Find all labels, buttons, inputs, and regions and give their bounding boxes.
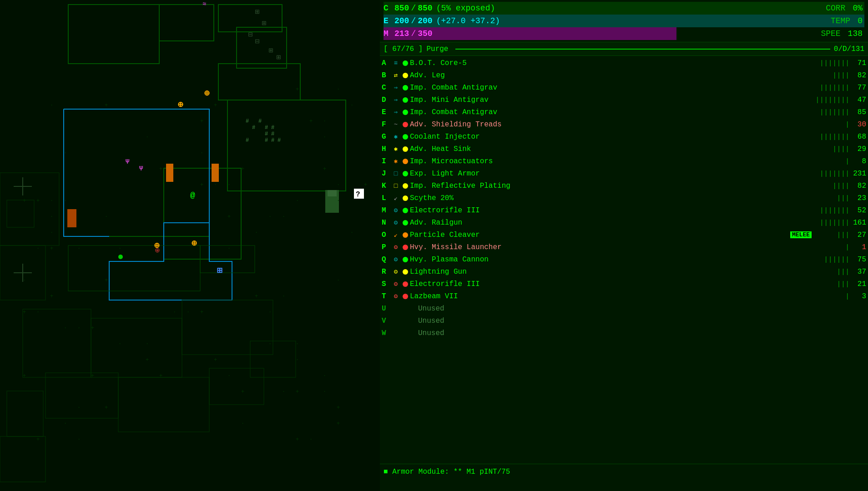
equip-slots: ||||||| <box>813 60 850 67</box>
equip-dot <box>403 97 408 103</box>
equip-row-r[interactable]: R ⚙ Lightning Gun ||| 37 <box>380 266 868 278</box>
equip-name: Coolant Injector <box>410 133 813 141</box>
hud-panel: C 850 / 850 (5% exposed) CORR 0% E 200 /… <box>380 0 868 491</box>
corr-label: CORR <box>826 4 845 13</box>
equip-integrity: 21 <box>850 280 866 288</box>
equip-key: W <box>382 329 391 337</box>
equip-row-n[interactable]: N ⚙ Adv. Railgun ||||||| 161 <box>380 216 868 229</box>
equip-dot <box>403 183 408 189</box>
slot-divider <box>455 49 830 50</box>
equip-slots: | <box>813 121 850 128</box>
slot-bar: [ 67/76 ] Purge 0/D/131 <box>380 42 868 56</box>
equip-slots: ||| <box>813 195 850 202</box>
equip-key: D <box>382 96 391 104</box>
equip-key: Q <box>382 256 391 264</box>
equip-row-s[interactable]: S ⚙ Electrorifle III ||| 21 <box>380 278 868 290</box>
equip-integrity: 82 <box>850 182 866 190</box>
equip-row-p[interactable]: P ⚙ Hvy. Missile Launcher | 1 <box>380 241 868 253</box>
bottom-info: ■ Armor Module: ** M1 pINT/75 <box>380 464 868 491</box>
equip-icon: ⇒ <box>391 96 401 104</box>
energy-sep: / <box>411 16 416 25</box>
equip-slots: |||| <box>813 182 850 190</box>
equip-name: Particle Cleaver <box>410 231 790 239</box>
equip-row-e[interactable]: E ⇒ Imp. Combat Antigrav ||||||| 85 <box>380 106 868 118</box>
matter-max: 350 <box>418 29 432 38</box>
energy-current: 200 <box>394 16 409 25</box>
equip-row-v[interactable]: V Unused <box>380 315 868 327</box>
equip-icon: ⚙ <box>391 219 401 226</box>
equip-key: E <box>382 108 391 116</box>
slot-left: [ 67/76 ] <box>384 45 423 53</box>
equip-key: R <box>382 268 391 276</box>
equip-integrity: 23 <box>850 194 866 202</box>
equip-name: Scythe 20% <box>410 194 813 202</box>
map-content <box>0 0 380 491</box>
equip-key: I <box>382 157 391 165</box>
equip-row-u[interactable]: U Unused <box>380 302 868 315</box>
equip-name: Electrorifle III <box>410 206 813 215</box>
equip-dot <box>403 171 408 176</box>
equip-row-t[interactable]: T ⚙ Lazbeam VII | 3 <box>380 290 868 302</box>
equip-key: T <box>382 292 391 301</box>
matter-row: M 213 / 350 SPEE 138 <box>384 27 864 40</box>
equip-name: Adv. Leg <box>410 71 813 80</box>
equip-key: B <box>382 71 391 80</box>
equip-dot <box>403 195 408 201</box>
equip-row-k[interactable]: K □ Imp. Reflective Plating |||| 82 <box>380 180 868 192</box>
integrity-row: C 850 / 850 (5% exposed) CORR 0% <box>384 2 864 15</box>
equip-integrity: 75 <box>850 256 866 264</box>
spee-label: SPEE <box>821 29 840 38</box>
equip-row-h[interactable]: H ✱ Adv. Heat Sink |||| 29 <box>380 143 868 155</box>
equip-icon: ⚙ <box>391 280 401 288</box>
equip-row-c[interactable]: C ⇒ Imp. Combat Antigrav ||||||| 77 <box>380 81 868 94</box>
matter-label: M <box>384 29 393 38</box>
equip-key: O <box>382 231 391 239</box>
integrity-max: 850 <box>418 4 432 13</box>
equip-name: Hvy. Missile Launcher <box>410 243 813 251</box>
equip-icon: ⚙ <box>391 268 401 276</box>
equip-icon: □ <box>391 182 401 190</box>
status-bars: C 850 / 850 (5% exposed) CORR 0% E 200 /… <box>380 0 868 42</box>
equip-key: A <box>382 59 391 67</box>
equip-slots: | <box>813 293 850 300</box>
slot-center: Purge <box>426 45 448 53</box>
equip-integrity: 52 <box>850 206 866 215</box>
energy-max: 200 <box>418 16 432 25</box>
equip-name: Imp. Combat Antigrav <box>410 84 813 92</box>
equip-icon: ✱ <box>391 145 401 153</box>
equip-dot <box>403 269 408 275</box>
equip-row-j[interactable]: J □ Exp. Light Armor ||||||| 231 <box>380 167 868 180</box>
equip-row-l[interactable]: L ↙ Scythe 20% ||| 23 <box>380 192 868 204</box>
equip-slots: ||||||| <box>813 133 850 140</box>
equip-row-b[interactable]: B ⇄ Adv. Leg |||| 82 <box>380 69 868 81</box>
equip-integrity: 71 <box>850 59 866 67</box>
equip-row-g[interactable]: G ✱ Coolant Injector ||||||| 68 <box>380 130 868 143</box>
equip-row-o[interactable]: O ↙ Particle Cleaver MELEE ||| 27 <box>380 229 868 241</box>
equip-integrity: 231 <box>850 170 866 178</box>
equip-key: C <box>382 84 391 92</box>
equip-name: B.O.T. Core-5 <box>410 59 813 67</box>
corr-value: 0% <box>853 4 863 13</box>
equip-icon: ⚙ <box>391 206 401 214</box>
equip-row-f[interactable]: F ~ Adv. Shielding Treads | 30 <box>380 118 868 130</box>
equip-slots: |||| <box>813 72 850 79</box>
equip-dot <box>403 208 408 213</box>
equip-row-m[interactable]: M ⚙ Electrorifle III ||||||| 52 <box>380 204 868 216</box>
equip-slots: ||||||| <box>813 207 850 214</box>
equip-icon: ✱ <box>391 133 401 140</box>
equip-dot <box>403 60 408 66</box>
equip-row-i[interactable]: I ✱ Imp. Microactuators | 8 <box>380 155 868 167</box>
equip-integrity: 8 <box>850 157 866 165</box>
equip-dot <box>403 294 408 299</box>
equip-row-w[interactable]: W Unused <box>380 327 868 339</box>
equip-slots: ||||||| <box>813 170 850 177</box>
equip-key: G <box>382 133 391 141</box>
integrity-label: C <box>384 4 393 13</box>
integrity-note: (5% exposed) <box>436 4 495 13</box>
equip-row-a[interactable]: A ≡ B.O.T. Core-5 ||||||| 71 <box>380 57 868 69</box>
equip-row-d[interactable]: D ⇒ Imp. Mini Antigrav |||||||| 47 <box>380 94 868 106</box>
equip-unused: Unused <box>418 329 444 337</box>
energy-bonus: (+27.0 +37.2) <box>436 16 500 25</box>
equip-row-q[interactable]: Q ⚙ Hvy. Plasma Cannon |||||| 75 <box>380 253 868 266</box>
equip-key: F <box>382 120 391 129</box>
